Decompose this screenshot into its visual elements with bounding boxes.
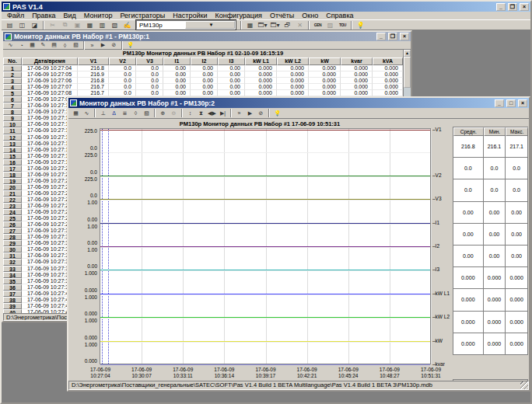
stats-header-Средн.: Средн. xyxy=(453,127,484,136)
column-header-I1[interactable]: I1 xyxy=(163,57,191,65)
column-header-I2[interactable]: I2 xyxy=(191,57,218,65)
connect-icon[interactable]: ✍ xyxy=(121,20,133,30)
menu-Файл[interactable]: Файл xyxy=(3,12,28,19)
pan-icon[interactable]: ◀▶ xyxy=(207,110,217,117)
scroll-up-icon[interactable]: ▲ xyxy=(404,50,411,57)
menu-Справка[interactable]: Справка xyxy=(322,12,357,19)
menu-Конфигурация[interactable]: Конфигурация xyxy=(211,12,265,19)
column-header-kVA[interactable]: kVA xyxy=(373,57,403,65)
main-titlebar[interactable]: PAS V1.4 _ ❐ × xyxy=(2,2,530,12)
column-header-I3[interactable]: I3 xyxy=(218,57,245,65)
poll-continuous-icon[interactable]: » xyxy=(234,110,244,117)
delta-icon[interactable]: Δ xyxy=(109,110,119,117)
window1-titlebar[interactable]: Монитор данных РВ Набор #1 - PM130p:1 _ … xyxy=(3,32,411,41)
table-row[interactable]: 317-06-09 10:27:06216.80.00.00.000.000.0… xyxy=(3,78,403,84)
window2-titlebar[interactable]: Монитор данных РВ Набор #1 - PM130p:2 _ … xyxy=(68,98,529,108)
window1-close-button[interactable]: × xyxy=(400,33,409,40)
pq-settings-icon[interactable]: ▨ xyxy=(324,20,336,30)
x-axis-label: 17-06-0910:45:24 xyxy=(331,367,366,378)
export-icon[interactable]: ◪ xyxy=(29,20,40,30)
chart-plot[interactable] xyxy=(100,128,431,364)
open-icon[interactable]: ▤ xyxy=(4,20,16,30)
edit-setup-icon[interactable]: ✎ xyxy=(38,41,48,49)
menu-Регистраторы[interactable]: Регистраторы xyxy=(116,12,169,19)
help-icon[interactable]: 💡 xyxy=(355,20,366,30)
close-button[interactable]: × xyxy=(520,3,529,11)
chart-view-icon[interactable]: ∿ xyxy=(82,110,92,117)
window2-minimize-button[interactable]: _ xyxy=(495,99,504,107)
menu-Окно[interactable]: Окно xyxy=(298,12,322,19)
window1-restore-button[interactable]: ❐ xyxy=(388,33,397,40)
column-header-Дата/время[interactable]: Дата/время xyxy=(22,57,78,65)
x-axis-label: 17-06-0910:48:27 xyxy=(373,367,407,378)
menu-Вид[interactable]: Вид xyxy=(60,12,80,19)
window2-maximize-button[interactable]: □ xyxy=(506,99,516,107)
zoom-in-icon[interactable]: ⊕ xyxy=(158,110,168,117)
resize-grip[interactable] xyxy=(520,381,528,389)
table-view-icon[interactable]: ▤ xyxy=(49,41,59,49)
column-header-V2[interactable]: V2 xyxy=(109,57,136,65)
next-point-icon[interactable]: ▶| xyxy=(218,110,228,117)
data-monitor-icon[interactable]: ▦ xyxy=(244,20,256,30)
row-number: 6 xyxy=(3,96,22,103)
save-icon[interactable]: ◫ xyxy=(16,20,28,30)
column-header-kvar[interactable]: kvar xyxy=(341,57,373,65)
table-row[interactable]: 417-06-09 10:27:07216.70.00.00.000.000.0… xyxy=(3,84,403,90)
rt-chart-icon[interactable]: ∿ xyxy=(5,41,16,49)
row-number: 14 xyxy=(3,147,22,153)
column-header-V1[interactable]: V1 xyxy=(78,57,109,65)
properties-icon[interactable]: ▧ xyxy=(109,20,121,30)
probe-icon[interactable]: ◊ xyxy=(131,110,141,117)
window2-help-icon[interactable]: 💡 xyxy=(272,110,282,117)
table-row[interactable]: 117-06-09 10:27:04216.80.00.00.000.000.0… xyxy=(3,65,403,71)
column-header-kW L1[interactable]: kW L1 xyxy=(245,57,277,65)
device-selector[interactable]: PM130p ▼ xyxy=(136,20,236,30)
logs-dropdown-icon[interactable]: 🗔▾ xyxy=(269,20,281,30)
column-header-kW L2[interactable]: kW L2 xyxy=(277,57,309,65)
column-header-No.[interactable]: No. xyxy=(3,57,22,65)
channel-list-icon[interactable]: ≣ xyxy=(120,110,130,117)
menu-Монитор[interactable]: Монитор xyxy=(80,12,117,19)
histogram-icon[interactable]: ▦ xyxy=(27,41,37,49)
stop-comm-icon[interactable]: ✕ xyxy=(294,20,306,30)
phasor-icon[interactable]: ◔ xyxy=(16,41,26,49)
channel-label-I3: –I3 xyxy=(432,266,439,272)
paste-icon[interactable]: ▣ xyxy=(72,20,83,30)
options-icon[interactable]: ▧ xyxy=(142,110,152,117)
tou-settings-icon[interactable]: TOU xyxy=(337,20,348,30)
time-range-icon[interactable]: ⧗ xyxy=(196,110,206,117)
gen-settings-icon[interactable]: GEN xyxy=(312,20,324,30)
vertical-scale-icon[interactable]: ↕ xyxy=(185,110,195,117)
zoom-out-icon[interactable]: ⊖ xyxy=(169,110,179,117)
minimize-button[interactable]: _ xyxy=(496,3,506,11)
stop-icon[interactable]: ⊘ xyxy=(256,110,266,117)
table-row[interactable]: 217-06-09 10:27:05216.90.00.00.000.000.0… xyxy=(3,71,403,78)
poll-icon[interactable]: ▶ xyxy=(245,110,255,117)
menu-Правка[interactable]: Правка xyxy=(28,12,59,19)
window1-minimize-button[interactable]: _ xyxy=(376,33,386,40)
menu-Отчёты[interactable]: Отчёты xyxy=(266,12,298,19)
print-preview-icon[interactable]: ▥ xyxy=(96,20,108,30)
window-icon[interactable]: 🗗 xyxy=(282,20,293,30)
markers-icon[interactable]: ⊥ xyxy=(98,110,108,117)
cell-value: 0.000 xyxy=(309,84,341,90)
cell-value: 0.0 xyxy=(136,71,163,78)
stop-icon[interactable]: ⊘ xyxy=(109,41,119,49)
probe-icon[interactable]: ◊ xyxy=(60,41,70,49)
dropdown-arrow-icon[interactable]: ▼ xyxy=(185,21,235,29)
cut-icon[interactable]: ✂ xyxy=(47,20,58,30)
copy-icon[interactable]: ⧉ xyxy=(59,20,71,30)
column-header-V3[interactable]: V3 xyxy=(136,57,163,65)
poll-icon[interactable]: ▶ xyxy=(98,41,108,49)
table-view-icon[interactable]: ▦ xyxy=(71,110,81,117)
poll-continuous-icon[interactable]: » xyxy=(87,41,97,49)
window2-close-button[interactable]: × xyxy=(518,99,527,107)
restore-button[interactable]: ❐ xyxy=(508,3,517,11)
menu-Настройки[interactable]: Настройки xyxy=(169,12,211,19)
column-header-kW[interactable]: kW xyxy=(309,57,341,65)
monitor-dropdown-icon[interactable]: 🗔▾ xyxy=(257,20,268,30)
scrollbar-thumb[interactable] xyxy=(404,57,411,88)
window1-help-icon[interactable]: 💡 xyxy=(125,41,135,49)
options-icon[interactable]: ▧ xyxy=(71,41,81,49)
print-icon[interactable]: ▦ xyxy=(84,20,96,30)
